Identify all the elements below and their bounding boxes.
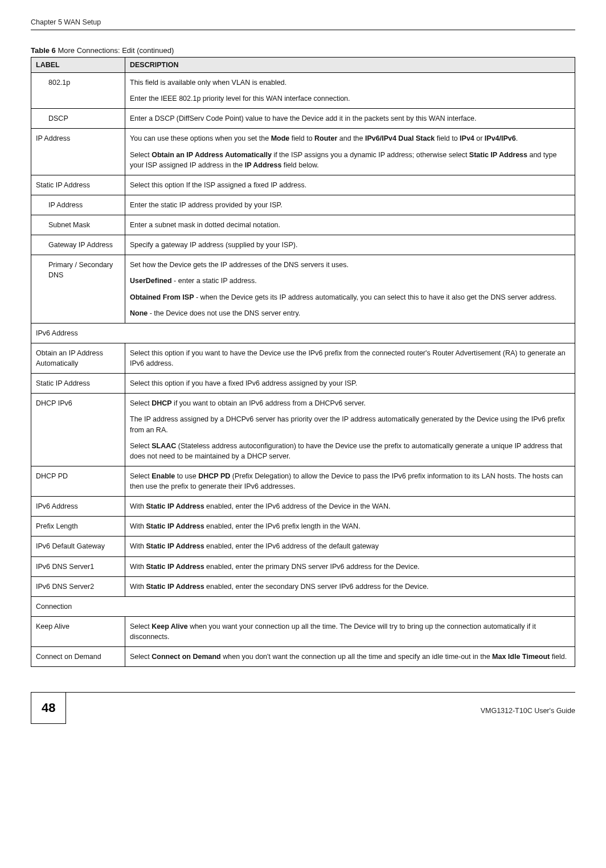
table-row: IPv6 Address [31, 323, 575, 343]
table-row: IPv6 Default Gateway With Static IP Addr… [31, 537, 575, 556]
row-label: Prefix Length [31, 517, 125, 537]
table-row: DHCP IPv6 Select DHCP if you want to obt… [31, 394, 575, 466]
row-desc: Select Enable to use DHCP PD (Prefix Del… [125, 466, 575, 496]
row-label: Obtain an IP Address Automatically [31, 343, 125, 373]
guide-name: VMG1312-T10C User's Guide [481, 702, 575, 715]
row-desc: You can use these options when you set t… [125, 129, 575, 175]
row-label: IPv6 DNS Server1 [31, 556, 125, 576]
row-label: Subnet Mask [31, 215, 125, 235]
row-desc: With Static IP Address enabled, enter th… [125, 576, 575, 596]
page-number: 48 [31, 693, 66, 724]
row-label: Keep Alive [31, 616, 125, 646]
row-desc: Select DHCP if you want to obtain an IPv… [125, 394, 575, 466]
row-label: DHCP PD [31, 466, 125, 496]
section-header: IPv6 Address [31, 323, 575, 343]
row-desc: With Static IP Address enabled, enter th… [125, 517, 575, 537]
th-description: DESCRIPTION [125, 58, 575, 73]
row-desc: Set how the Device gets the IP addresses… [125, 255, 575, 324]
table-row: IP Address You can use these options whe… [31, 129, 575, 175]
running-header: Chapter 5 WAN Setup [31, 18, 575, 30]
table-row: Keep Alive Select Keep Alive when you wa… [31, 616, 575, 646]
caption-text: More Connections: Edit (continued) [56, 46, 174, 55]
table-row: Static IP Address Select this option if … [31, 374, 575, 394]
page-footer: 48 VMG1312-T10C User's Guide [31, 692, 575, 724]
caption-bold: Table 6 [31, 46, 56, 55]
table-row: DSCP Enter a DSCP (DiffServ Code Point) … [31, 109, 575, 129]
row-desc: Select this option If the ISP assigned a… [125, 175, 575, 195]
row-desc: Specify a gateway IP address (supplied b… [125, 235, 575, 255]
table-row: Static IP Address Select this option If … [31, 175, 575, 195]
row-label: IP Address [31, 129, 125, 175]
table-row: Primary / Secondary DNS Set how the Devi… [31, 255, 575, 324]
row-desc: This field is available only when VLAN i… [125, 73, 575, 109]
row-label: Primary / Secondary DNS [31, 255, 125, 324]
row-label: DHCP IPv6 [31, 394, 125, 466]
row-label: IPv6 Address [31, 497, 125, 517]
table-row: Connection [31, 596, 575, 616]
row-desc: Select Keep Alive when you want your con… [125, 616, 575, 646]
table-row: 802.1p This field is available only when… [31, 73, 575, 109]
table-row: DHCP PD Select Enable to use DHCP PD (Pr… [31, 466, 575, 496]
connections-table: LABEL DESCRIPTION 802.1p This field is a… [31, 57, 575, 667]
table-row: Gateway IP Address Specify a gateway IP … [31, 235, 575, 255]
row-label: Gateway IP Address [31, 235, 125, 255]
row-desc: Select this option if you have a fixed I… [125, 374, 575, 394]
row-desc: With Static IP Address enabled, enter th… [125, 497, 575, 517]
row-desc: Enter a subnet mask in dotted decimal no… [125, 215, 575, 235]
table-row: Obtain an IP Address Automatically Selec… [31, 343, 575, 373]
row-desc: With Static IP Address enabled, enter th… [125, 537, 575, 556]
row-desc: Select Connect on Demand when you don't … [125, 647, 575, 667]
table-row: IPv6 DNS Server2 With Static IP Address … [31, 576, 575, 596]
row-desc: Select this option if you want to have t… [125, 343, 575, 373]
row-desc: Enter the static IP address provided by … [125, 195, 575, 215]
table-row: Prefix Length With Static IP Address ena… [31, 517, 575, 537]
row-label: DSCP [31, 109, 125, 129]
row-label: IPv6 Default Gateway [31, 537, 125, 556]
row-desc: Enter a DSCP (DiffServ Code Point) value… [125, 109, 575, 129]
row-label: Connect on Demand [31, 647, 125, 667]
row-label: IPv6 DNS Server2 [31, 576, 125, 596]
row-desc: With Static IP Address enabled, enter th… [125, 556, 575, 576]
row-label: Static IP Address [31, 175, 125, 195]
table-row: IPv6 Address With Static IP Address enab… [31, 497, 575, 517]
row-label: 802.1p [31, 73, 125, 109]
table-caption: Table 6 More Connections: Edit (continue… [31, 46, 575, 55]
table-row: Connect on Demand Select Connect on Dema… [31, 647, 575, 667]
th-label: LABEL [31, 58, 125, 73]
section-header: Connection [31, 596, 575, 616]
table-row: Subnet Mask Enter a subnet mask in dotte… [31, 215, 575, 235]
row-label: Static IP Address [31, 374, 125, 394]
table-row: IP Address Enter the static IP address p… [31, 195, 575, 215]
table-row: IPv6 DNS Server1 With Static IP Address … [31, 556, 575, 576]
row-label: IP Address [31, 195, 125, 215]
